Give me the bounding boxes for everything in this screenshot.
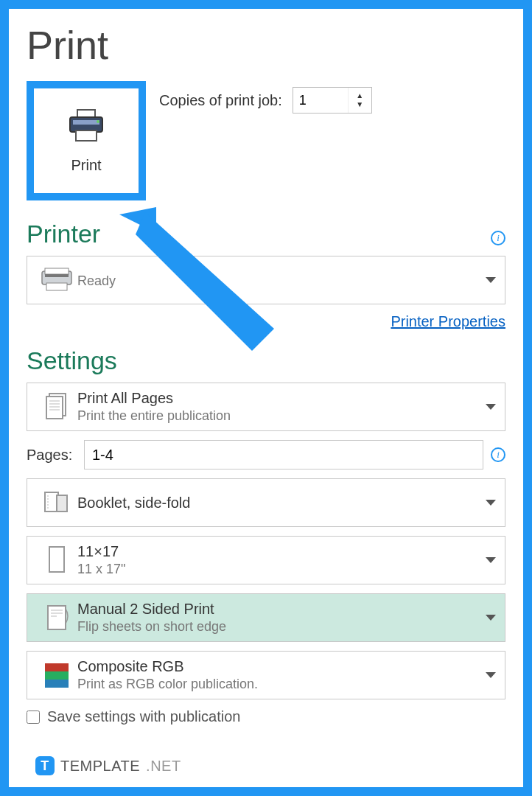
booklet-icon — [36, 488, 77, 517]
info-icon[interactable]: i — [491, 231, 505, 245]
color-sub: Print as RGB color publication. — [77, 677, 480, 692]
duplex-icon — [36, 601, 77, 634]
copies-row: Copies of print job: ▲ ▼ — [159, 87, 372, 114]
watermark: T TEMPLATE.NET — [32, 755, 184, 777]
paper-sub: 11 x 17" — [77, 562, 480, 577]
pages-row: Pages: i — [27, 440, 505, 469]
svg-rect-7 — [46, 283, 67, 290]
printer-select[interactable]: Ready — [27, 256, 505, 304]
chevron-down-icon — [486, 557, 496, 563]
svg-rect-19 — [48, 606, 66, 629]
svg-rect-10 — [46, 397, 63, 419]
print-range-title: Print All Pages — [77, 390, 480, 407]
watermark-badge: T — [35, 756, 55, 775]
copies-input[interactable] — [293, 88, 348, 113]
settings-section-title: Settings — [27, 346, 505, 375]
save-settings-row: Save settings with publication — [27, 708, 505, 725]
watermark-brand: TEMPLATE — [60, 758, 140, 775]
paper-title: 11×17 — [77, 543, 480, 560]
print-button-highlight: Print — [27, 81, 146, 200]
layout-select[interactable]: Booklet, side-fold — [27, 478, 505, 527]
duplex-title: Manual 2 Sided Print — [77, 601, 480, 618]
copies-label: Copies of print job: — [159, 92, 282, 109]
print-button-label: Print — [71, 157, 101, 174]
paper-text: 11×17 11 x 17" — [77, 543, 480, 577]
rgb-icon — [36, 660, 77, 690]
watermark-suffix: .NET — [146, 758, 181, 775]
duplex-select[interactable]: Manual 2 Sided Print Flip sheets on shor… — [27, 593, 505, 642]
printer-icon — [66, 108, 107, 147]
top-row: Print Copies of print job: ▲ ▼ — [27, 81, 505, 200]
print-range-sub: Print the entire publication — [77, 408, 480, 424]
layout-text: Booklet, side-fold — [77, 495, 480, 512]
svg-rect-23 — [45, 663, 69, 671]
paper-icon — [36, 544, 77, 576]
printer-text: Ready — [77, 272, 480, 289]
printer-section-title: Printer — [27, 220, 100, 248]
color-select[interactable]: Composite RGB Print as RGB color publica… — [27, 651, 505, 699]
print-button[interactable]: Print — [34, 88, 139, 193]
svg-rect-18 — [49, 547, 64, 572]
duplex-sub: Flip sheets on short edge — [77, 619, 480, 635]
chevron-down-icon — [486, 672, 496, 678]
svg-rect-25 — [45, 680, 69, 688]
pages-icon — [36, 391, 77, 423]
svg-point-4 — [97, 120, 99, 123]
pages-input[interactable] — [84, 440, 483, 469]
print-panel: Print Print Copies of print job: — [9, 9, 523, 787]
copies-spinner[interactable]: ▲ ▼ — [293, 87, 372, 114]
paper-size-select[interactable]: 11×17 11 x 17" — [27, 536, 505, 584]
chevron-down-icon — [486, 404, 496, 410]
color-text: Composite RGB Print as RGB color publica… — [77, 658, 480, 692]
svg-rect-16 — [57, 495, 67, 512]
chevron-down-icon — [486, 500, 496, 506]
pages-label: Pages: — [27, 447, 77, 464]
printer-device-icon — [36, 267, 77, 293]
print-range-text: Print All Pages Print the entire publica… — [77, 390, 480, 424]
svg-rect-0 — [77, 110, 95, 117]
svg-rect-3 — [76, 130, 97, 141]
spinner-up[interactable]: ▲ — [349, 91, 371, 100]
layout-title: Booklet, side-fold — [77, 495, 480, 512]
print-range-select[interactable]: Print All Pages Print the entire publica… — [27, 383, 505, 431]
printer-status: Ready — [77, 273, 480, 289]
save-settings-label: Save settings with publication — [47, 708, 240, 725]
page-title: Print — [27, 22, 505, 68]
info-icon[interactable]: i — [491, 447, 505, 462]
svg-rect-24 — [45, 671, 69, 680]
svg-rect-2 — [73, 120, 99, 125]
printer-header-row: Printer i — [27, 220, 505, 256]
spinner-arrows: ▲ ▼ — [348, 88, 371, 113]
color-title: Composite RGB — [77, 658, 480, 675]
printer-properties-link[interactable]: Printer Properties — [391, 313, 505, 329]
chevron-down-icon — [486, 615, 496, 621]
chevron-down-icon — [486, 277, 496, 283]
save-settings-checkbox[interactable] — [27, 711, 40, 724]
duplex-text: Manual 2 Sided Print Flip sheets on shor… — [77, 601, 480, 635]
spinner-down[interactable]: ▼ — [349, 100, 371, 109]
svg-rect-8 — [45, 274, 69, 277]
svg-rect-6 — [45, 268, 69, 274]
printer-props-row: Printer Properties — [27, 313, 505, 330]
